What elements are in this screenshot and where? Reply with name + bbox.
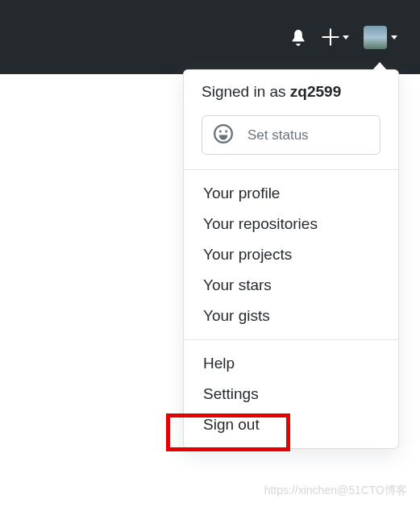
status-label: Set status	[247, 127, 309, 143]
menu-section-2: Help Settings Sign out	[184, 340, 398, 448]
smiley-icon	[214, 124, 233, 146]
top-header	[0, 0, 420, 74]
menu-your-profile[interactable]: Your profile	[184, 178, 398, 209]
watermark: https://xinchen@51CTO博客	[264, 484, 407, 498]
avatar	[364, 26, 387, 49]
plus-icon	[322, 28, 339, 46]
menu-sign-out[interactable]: Sign out	[184, 409, 398, 440]
signed-in-prefix: Signed in as	[202, 83, 290, 100]
menu-help[interactable]: Help	[184, 348, 398, 379]
username: zq2599	[290, 83, 341, 100]
menu-your-gists[interactable]: Your gists	[184, 301, 398, 331]
caret-down-icon	[391, 35, 397, 39]
menu-your-repositories[interactable]: Your repositories	[184, 209, 398, 239]
signed-in-label: Signed in as zq2599	[184, 70, 398, 115]
menu-your-projects[interactable]: Your projects	[184, 239, 398, 270]
user-menu-toggle[interactable]	[364, 26, 397, 49]
menu-settings[interactable]: Settings	[184, 379, 398, 409]
menu-your-stars[interactable]: Your stars	[184, 270, 398, 301]
status-row: Set status	[184, 115, 398, 169]
menu-section-1: Your profile Your repositories Your proj…	[184, 170, 398, 339]
set-status-button[interactable]: Set status	[202, 115, 380, 155]
user-dropdown: Signed in as zq2599 Set status Your prof…	[183, 69, 399, 449]
caret-down-icon	[343, 35, 349, 39]
bell-icon[interactable]	[289, 28, 307, 46]
create-new-dropdown[interactable]	[322, 28, 349, 46]
